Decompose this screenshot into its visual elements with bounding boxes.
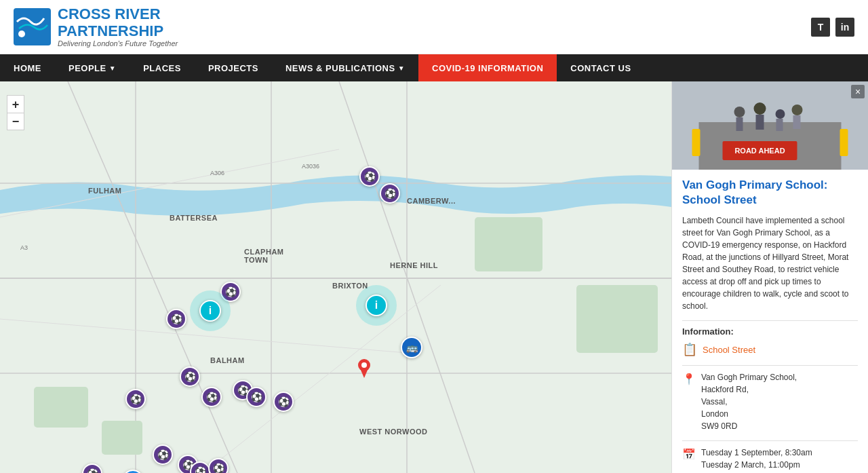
nav-home[interactable]: HOME — [0, 54, 55, 81]
football-icon-15: ⚽ — [82, 463, 102, 473]
svg-marker-19 — [360, 368, 368, 378]
main-content: FULHAM BATTERSEA CLAPHAMTOWN BRIXTON HER… — [0, 81, 868, 473]
svg-point-25 — [734, 107, 745, 117]
svg-point-1 — [18, 31, 25, 37]
football-icon-4: ⚽ — [166, 309, 186, 329]
info-blue-icon: i — [122, 470, 144, 473]
pin-football-7[interactable]: ⚽ — [201, 387, 222, 407]
panel-info-label: Information: — [682, 326, 858, 337]
football-icon-5: ⚽ — [180, 366, 200, 387]
svg-point-27 — [754, 102, 766, 115]
svg-rect-26 — [736, 117, 743, 131]
zoom-out-button[interactable]: − — [7, 113, 24, 130]
pin-football-14[interactable]: ⚽ — [208, 458, 229, 473]
svg-rect-28 — [756, 115, 764, 130]
svg-rect-32 — [793, 115, 801, 129]
svg-rect-30 — [776, 119, 783, 131]
pin-info-1[interactable]: i — [190, 290, 231, 331]
svg-text:ROAD AHEAD: ROAD AHEAD — [734, 147, 785, 155]
nav-projects[interactable]: PROJECTS — [195, 54, 272, 81]
svg-rect-15 — [475, 217, 542, 271]
category-link-row: 📋 School Street — [682, 342, 858, 357]
pin-football-2[interactable]: ⚽ — [380, 183, 400, 204]
bus-icon: 🚌 — [401, 337, 422, 358]
calendar-icon: 📅 — [682, 448, 696, 461]
pin-info-blue[interactable]: i — [122, 470, 144, 473]
football-icon-2: ⚽ — [380, 183, 400, 204]
divider-1 — [682, 320, 858, 321]
location-marker-icon — [358, 359, 370, 378]
panel-title: Van Gogh Primary School: School Street — [682, 178, 858, 208]
zoom-in-button[interactable]: + — [7, 95, 24, 113]
football-icon-13: ⚽ — [190, 461, 210, 473]
pin-info-2[interactable]: i — [356, 285, 397, 326]
football-icon-7: ⚽ — [201, 387, 222, 407]
map-area[interactable]: FULHAM BATTERSEA CLAPHAMTOWN BRIXTON HER… — [0, 81, 671, 473]
football-icon-11: ⚽ — [153, 444, 173, 465]
pin-football-5[interactable]: ⚽ — [180, 366, 200, 387]
football-icon-10: ⚽ — [273, 392, 294, 412]
football-icon-14: ⚽ — [208, 458, 229, 473]
svg-rect-24 — [840, 129, 848, 156]
logo-title: CROSS RIVERPARTNERSHIP — [58, 6, 178, 39]
dates-text: Tuesday 1 September, 8:30am Tuesday 2 Ma… — [701, 447, 812, 471]
category-link[interactable]: School Street — [703, 345, 755, 355]
category-icon: 📋 — [682, 342, 697, 357]
svg-point-31 — [792, 105, 803, 115]
pin-football-13[interactable]: ⚽ — [190, 461, 210, 473]
svg-point-29 — [776, 109, 785, 119]
pin-football-10[interactable]: ⚽ — [273, 392, 294, 412]
pin-football-4[interactable]: ⚽ — [166, 309, 186, 329]
nav-contact[interactable]: CONTACT US — [557, 54, 644, 81]
football-icon-9: ⚽ — [246, 387, 267, 407]
address-row: 📍 Van Gogh Primary School, Hackford Rd, … — [682, 371, 858, 432]
pin-football-11[interactable]: ⚽ — [153, 444, 173, 465]
logo-subtitle: Delivering London's Future Together — [58, 39, 178, 48]
divider-3 — [682, 440, 858, 441]
info-panel: ROAD AHEAD × Van Gogh Primary School: Sc… — [671, 81, 868, 473]
panel-description: Lambeth Council have implemented a schoo… — [682, 214, 858, 312]
pin-bus[interactable]: 🚌 — [401, 337, 422, 358]
pin-football-15[interactable]: ⚽ — [82, 463, 102, 473]
news-arrow: ▼ — [398, 64, 405, 72]
pin-football-9[interactable]: ⚽ — [246, 387, 267, 407]
pin-selected-location[interactable] — [358, 359, 370, 381]
zoom-controls: + − — [7, 95, 24, 130]
linkedin-icon[interactable]: in — [835, 18, 854, 37]
svg-rect-17 — [102, 421, 142, 455]
football-icon-6: ⚽ — [125, 389, 146, 409]
info-icon-2: i — [366, 295, 387, 316]
svg-rect-23 — [692, 129, 701, 156]
close-panel-button[interactable]: × — [851, 85, 865, 98]
logo-icon — [14, 8, 51, 45]
svg-rect-14 — [34, 387, 88, 428]
pin-football-6[interactable]: ⚽ — [125, 389, 146, 409]
panel-content: Van Gogh Primary School: School Street L… — [672, 170, 868, 473]
address-icon: 📍 — [682, 373, 696, 385]
header: CROSS RIVERPARTNERSHIP Delivering London… — [0, 0, 868, 54]
pin-football-1[interactable]: ⚽ — [359, 166, 380, 187]
logo-area[interactable]: CROSS RIVERPARTNERSHIP Delivering London… — [14, 6, 178, 47]
info-icon-1: i — [199, 300, 221, 322]
map-background — [0, 81, 671, 473]
football-icon-1: ⚽ — [359, 166, 380, 187]
logo-text: CROSS RIVERPARTNERSHIP Delivering London… — [58, 6, 178, 47]
svg-rect-16 — [576, 285, 658, 353]
twitter-icon[interactable]: T — [811, 18, 830, 37]
divider-2 — [682, 365, 858, 366]
dates-row: 📅 Tuesday 1 September, 8:30am Tuesday 2 … — [682, 447, 858, 471]
social-icons: T in — [811, 18, 854, 37]
svg-point-20 — [361, 362, 367, 368]
address-text: Van Gogh Primary School, Hackford Rd, Va… — [701, 371, 797, 432]
panel-image: ROAD AHEAD × — [672, 81, 868, 170]
nav-people[interactable]: PEOPLE▼ — [55, 54, 130, 81]
navigation: HOME PEOPLE▼ PLACES PROJECTS NEWS & PUBL… — [0, 54, 868, 81]
road-image: ROAD AHEAD — [672, 81, 868, 170]
nav-places[interactable]: PLACES — [130, 54, 195, 81]
nav-news[interactable]: NEWS & PUBLICATIONS▼ — [272, 54, 418, 81]
people-arrow: ▼ — [109, 64, 116, 72]
svg-rect-2 — [0, 81, 671, 473]
nav-covid[interactable]: COVID-19 INFORMATION — [418, 54, 557, 81]
